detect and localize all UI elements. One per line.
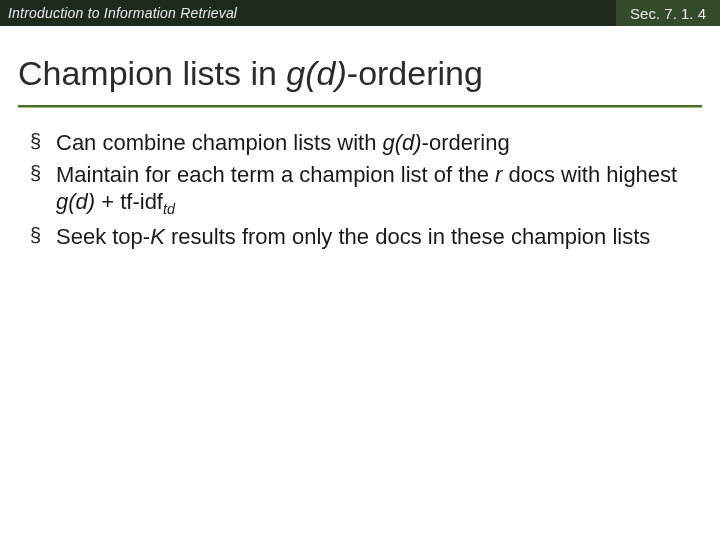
slide-title: Champion lists in g(d)-ordering — [18, 54, 702, 93]
bullet-gd: g(d) — [56, 189, 95, 214]
title-pre: Champion lists in — [18, 54, 286, 92]
header-left: Introduction to Information Retrieval — [0, 5, 237, 21]
content-area: Can combine champion lists with g(d)-ord… — [0, 107, 720, 251]
bullet-text: -ordering — [422, 130, 510, 155]
bullet-gd: g(d) — [382, 130, 421, 155]
bullet-text: results from only the docs in these cham… — [165, 224, 650, 249]
bullet-item: Maintain for each term a champion list o… — [30, 161, 690, 220]
header-bar: Introduction to Information Retrieval Se… — [0, 0, 720, 26]
slide: Introduction to Information Retrieval Se… — [0, 0, 720, 540]
bullet-sub-td: td — [163, 201, 175, 217]
bullet-item: Can combine champion lists with g(d)-ord… — [30, 129, 690, 157]
title-wrap: Champion lists in g(d)-ordering — [0, 26, 720, 99]
title-gd: g(d) — [286, 54, 346, 92]
title-post: -ordering — [347, 54, 483, 92]
bullet-text: Seek top- — [56, 224, 150, 249]
bullet-text: Maintain for each term a champion list o… — [56, 162, 495, 187]
bullet-text: docs with highest — [502, 162, 677, 187]
bullet-list: Can combine champion lists with g(d)-ord… — [30, 129, 690, 251]
bullet-text: + tf-idf — [95, 189, 163, 214]
bullet-item: Seek top-K results from only the docs in… — [30, 223, 690, 251]
header-right-section-badge: Sec. 7. 1. 4 — [616, 0, 720, 26]
bullet-k: K — [150, 224, 165, 249]
bullet-text: Can combine champion lists with — [56, 130, 382, 155]
